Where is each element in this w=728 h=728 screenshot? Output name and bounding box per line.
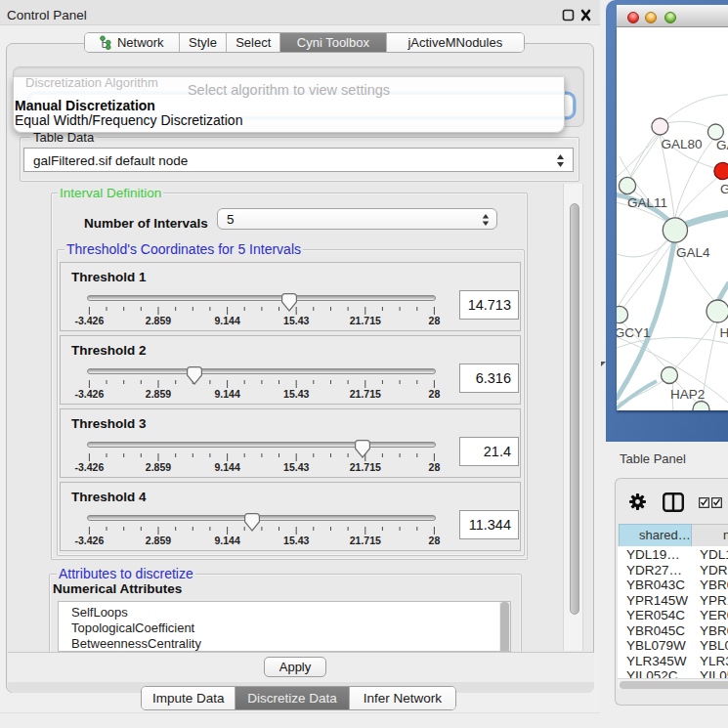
svg-text:GAL11: GAL11 (627, 195, 667, 210)
svg-text:H: H (720, 325, 728, 340)
svg-text:G: G (720, 182, 728, 196)
svg-text:GCY1: GCY1 (617, 325, 651, 340)
svg-text:HAP2: HAP2 (670, 387, 705, 402)
svg-text:GAL80: GAL80 (662, 137, 703, 151)
svg-text:GAL4: GAL4 (676, 245, 710, 260)
svg-text:GA: GA (716, 138, 728, 152)
